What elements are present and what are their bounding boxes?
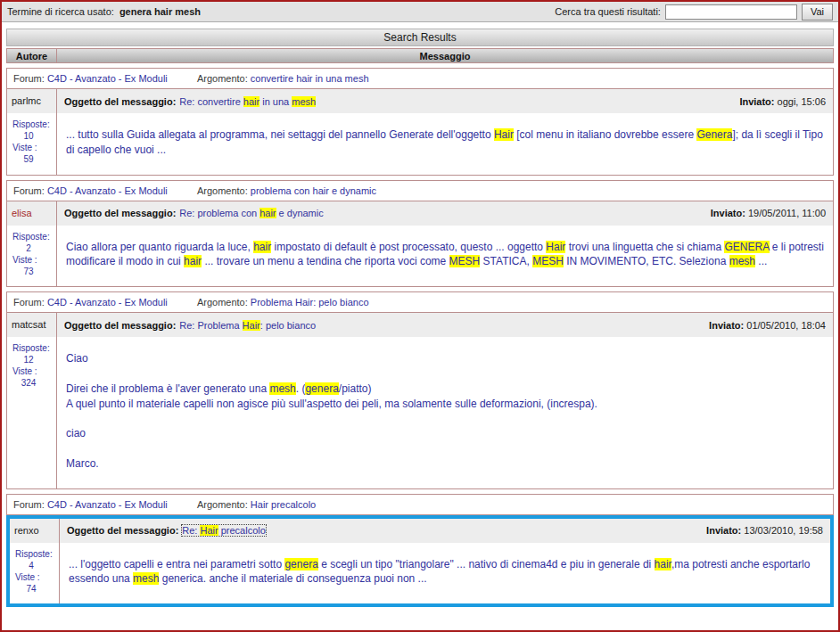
replies-count: 4 <box>14 560 57 571</box>
forum-label: Forum: <box>13 297 45 308</box>
sent-part: Inviato: 19/05/2011, 11:00 <box>711 208 826 218</box>
author-name[interactable]: matcsat <box>12 319 46 330</box>
column-header-row: Autore Messaggio <box>6 48 834 63</box>
search-result: Forum: C4D - Avanzato - Ex Moduli Argome… <box>6 68 834 176</box>
views-label: Viste : <box>14 571 57 583</box>
sent-part: Inviato: 13/03/2010, 19:58 <box>706 525 823 536</box>
sent-date: 19/05/2011, 11:00 <box>748 208 826 218</box>
message-body-row: Risposte: 12 Viste : 324 Ciao Direi che … <box>7 337 833 488</box>
message-body: ... tutto sulla Guida allegata al progra… <box>66 127 824 158</box>
message-header-row: renxo Oggetto del messaggio: Re: Hair pr… <box>10 519 830 543</box>
replies-label: Risposte: <box>12 231 54 242</box>
forum-row: Forum: C4D - Avanzato - Ex Moduli Argome… <box>6 494 834 515</box>
refine-search-label: Cerca tra questi risultati: <box>555 6 661 17</box>
results-list: Forum: C4D - Avanzato - Ex Moduli Argome… <box>6 68 834 607</box>
message-header-row: parlmc Oggetto del messaggio: Re: conver… <box>7 89 833 113</box>
refine-search-input[interactable] <box>665 4 797 20</box>
subject-header-cell: Oggetto del messaggio: Re: problema con … <box>57 201 833 226</box>
author-cell: matcsat <box>7 313 57 337</box>
sent-label: Inviato: <box>711 208 745 218</box>
topic-link[interactable]: problema con hair e dynamic <box>251 185 376 196</box>
forum-label: Forum: <box>13 499 45 510</box>
search-result: Forum: C4D - Avanzato - Ex Moduli Argome… <box>6 291 834 488</box>
sent-date: 01/05/2010, 18:04 <box>746 320 826 331</box>
subject-header-cell: Oggetto del messaggio: Re: Hair precalco… <box>60 519 830 543</box>
stats-cell: Risposte: 2 Viste : 73 <box>7 226 57 287</box>
sent-part: Inviato: 01/05/2010, 18:04 <box>709 320 826 331</box>
replies-label: Risposte: <box>12 119 54 130</box>
results-table: Search Results Autore Messaggio Forum: C… <box>6 29 834 607</box>
subject-label: Oggetto del messaggio: <box>64 320 176 331</box>
forum-link[interactable]: C4D - Avanzato - Ex Moduli <box>47 297 168 308</box>
sent-label: Inviato: <box>709 320 744 331</box>
replies-count: 2 <box>12 242 54 254</box>
topic-link[interactable]: Problema Hair: pelo bianco <box>251 297 369 308</box>
author-name[interactable]: renxo <box>14 525 39 536</box>
subject-header-cell: Oggetto del messaggio: Re: convertire ha… <box>57 89 833 113</box>
forum-link[interactable]: C4D - Avanzato - Ex Moduli <box>47 185 168 196</box>
message-body: ... l'oggetto capelli e entra nei parame… <box>69 557 821 587</box>
result-rows: parlmc Oggetto del messaggio: Re: conver… <box>6 88 834 176</box>
forum-row: Forum: C4D - Avanzato - Ex Moduli Argome… <box>6 68 834 89</box>
column-header-author: Autore <box>7 49 57 62</box>
author-cell: elisa <box>7 201 57 226</box>
stats-cell: Risposte: 4 Viste : 74 <box>10 543 60 604</box>
forum-search-results-page: Termine di ricerca usato: genera hair me… <box>2 2 838 607</box>
views-count: 59 <box>12 153 54 165</box>
subject-link[interactable]: Re: convertire hair in una mesh <box>179 96 316 107</box>
subject-link[interactable]: Re: Hair precalcolo <box>182 525 266 536</box>
replies-label: Risposte: <box>12 342 54 354</box>
sent-label: Inviato: <box>739 96 774 107</box>
result-rows: matcsat Oggetto del messaggio: Re: Probl… <box>6 312 834 488</box>
search-term-label: Termine di ricerca usato: <box>7 6 114 17</box>
replies-label: Risposte: <box>14 548 57 560</box>
author-cell: renxo <box>10 519 60 543</box>
column-header-message: Messaggio <box>57 49 833 62</box>
subject-label: Oggetto del messaggio: <box>64 208 176 218</box>
body-cell: ... tutto sulla Guida allegata al progra… <box>57 113 833 175</box>
stats-cell: Risposte: 12 Viste : 324 <box>7 337 57 488</box>
top-bar: Termine di ricerca usato: genera hair me… <box>2 2 838 22</box>
forum-link[interactable]: C4D - Avanzato - Ex Moduli <box>47 499 168 510</box>
topic-label: Argomento: <box>197 185 248 196</box>
views-label: Viste : <box>12 365 54 377</box>
subject-part: Oggetto del messaggio: Re: Problema Hair… <box>64 320 316 331</box>
author-name[interactable]: parlmc <box>12 95 41 106</box>
go-button[interactable]: Vai <box>802 4 833 21</box>
sent-label: Inviato: <box>706 525 741 536</box>
message-body-row: Risposte: 2 Viste : 73 Ciao allora per q… <box>7 226 833 287</box>
topic-label: Argomento: <box>197 297 248 308</box>
subject-link[interactable]: Re: Problema Hair: pelo bianco <box>179 320 316 331</box>
replies-count: 10 <box>12 130 54 142</box>
search-result: Forum: C4D - Avanzato - Ex Moduli Argome… <box>6 494 834 608</box>
subject-label: Oggetto del messaggio: <box>64 96 176 107</box>
topic-link[interactable]: Hair precalcolo <box>251 499 316 510</box>
result-rows: renxo Oggetto del messaggio: Re: Hair pr… <box>6 515 834 608</box>
topic-label: Argomento: <box>197 73 248 84</box>
subject-link[interactable]: Re: problema con hair e dynamic <box>179 208 323 218</box>
subject-label: Oggetto del messaggio: <box>67 525 178 536</box>
body-cell: Ciao Direi che il problema è l'aver gene… <box>57 337 833 488</box>
search-results-title: Search Results <box>6 29 834 46</box>
sent-date: 13/03/2010, 19:58 <box>744 525 823 536</box>
replies-count: 12 <box>12 354 54 365</box>
body-cell: ... l'oggetto capelli e entra nei parame… <box>60 543 830 604</box>
subject-part: Oggetto del messaggio: Re: convertire ha… <box>64 96 316 107</box>
result-rows: elisa Oggetto del messaggio: Re: problem… <box>6 201 834 288</box>
search-term-summary: Termine di ricerca usato: genera hair me… <box>7 6 201 17</box>
views-label: Viste : <box>12 142 54 153</box>
refine-search-area: Cerca tra questi risultati: Vai <box>555 4 833 21</box>
subject-header-cell: Oggetto del messaggio: Re: Problema Hair… <box>57 313 833 337</box>
views-label: Viste : <box>12 254 54 266</box>
forum-link[interactable]: C4D - Avanzato - Ex Moduli <box>47 73 168 84</box>
search-term-value: genera hair mesh <box>119 6 201 17</box>
forum-row: Forum: C4D - Avanzato - Ex Moduli Argome… <box>6 180 834 201</box>
topic-link[interactable]: convertire hair in una mesh <box>251 73 369 84</box>
search-result: Forum: C4D - Avanzato - Ex Moduli Argome… <box>6 180 834 288</box>
views-count: 73 <box>12 266 54 277</box>
message-body-row: Risposte: 4 Viste : 74 ... l'oggetto cap… <box>10 543 830 604</box>
author-name[interactable]: elisa <box>12 208 32 218</box>
stats-cell: Risposte: 10 Viste : 59 <box>7 113 57 175</box>
message-header-row: matcsat Oggetto del messaggio: Re: Probl… <box>7 313 833 337</box>
body-cell: Ciao allora per quanto riguarda la luce,… <box>57 226 833 287</box>
